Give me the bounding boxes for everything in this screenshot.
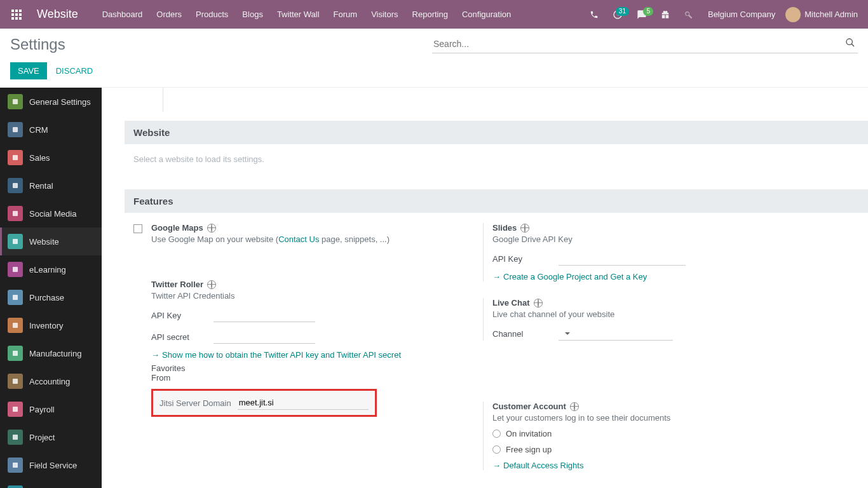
sidebar-item-label: Rental	[29, 181, 53, 191]
brand-title[interactable]: Website	[28, 8, 96, 21]
sidebar-icon	[8, 150, 23, 165]
main-content[interactable]: Website Select a website to load its set…	[102, 88, 868, 488]
sidebar-item-label: Sales	[29, 153, 50, 163]
sidebar-item-label: Field Service	[29, 461, 77, 470]
sidebar-item-planning[interactable]: Planning	[0, 479, 102, 488]
section-features-header: Features	[125, 189, 868, 213]
jitsi-label: Jitsi Server Domain	[159, 398, 231, 408]
fav-from-label-1: Favorites	[151, 363, 458, 373]
phone-icon[interactable]	[585, 6, 604, 23]
search-icon[interactable]	[845, 37, 855, 48]
action-row: SAVE DISCARD	[0, 60, 868, 88]
jitsi-highlight: Jitsi Server Domain	[151, 389, 377, 417]
apps-launcher[interactable]	[5, 6, 28, 24]
slides-title: Slides	[492, 223, 807, 233]
gmaps-checkbox[interactable]	[133, 224, 142, 233]
nav-visitors[interactable]: Visitors	[365, 1, 404, 27]
sidebar-icon	[8, 318, 23, 333]
company-switcher[interactable]: Belgium Company	[702, 10, 782, 19]
clock-icon[interactable]: 31	[607, 6, 628, 24]
twitter-howto-link[interactable]: →Show me how to obtain the Twitter API k…	[151, 350, 458, 360]
svg-rect-8	[13, 267, 18, 272]
nav-reporting[interactable]: Reporting	[406, 1, 454, 27]
sidebar-item-label: Accounting	[29, 377, 70, 386]
search-wrap	[432, 35, 858, 53]
svg-rect-7	[13, 239, 18, 244]
sidebar-icon	[8, 290, 23, 305]
fav-from-label-2: From	[151, 373, 458, 383]
topbar-right: 31 5 Belgium Company Mitchell Admin	[585, 6, 863, 24]
opt-invitation: On invitation	[506, 429, 552, 438]
discard-button[interactable]: DISCARD	[56, 62, 93, 79]
twitter-apisecret-label: API secret	[151, 332, 208, 342]
sidebar-icon	[8, 262, 23, 277]
sidebar-item-manufacturing[interactable]: Manufacturing	[0, 339, 102, 367]
section-website-header: Website	[125, 121, 868, 144]
arrow-right-icon: →	[492, 461, 501, 470]
sidebar-icon	[8, 458, 23, 473]
opt-free-signup: Free sign up	[506, 445, 552, 454]
jitsi-input[interactable]	[238, 396, 369, 410]
page-title: Settings	[10, 36, 65, 53]
sidebar-item-elearning[interactable]: eLearning	[0, 255, 102, 283]
sidebar-icon	[8, 206, 23, 221]
sidebar-item-social-media[interactable]: Social Media	[0, 200, 102, 227]
gmaps-desc: Use Google Map on your website (Contact …	[151, 234, 458, 244]
search-input[interactable]	[432, 35, 858, 53]
sidebar-icon	[8, 374, 23, 389]
svg-rect-3	[13, 127, 18, 132]
wrench-icon[interactable]	[679, 6, 698, 23]
slides-create-link[interactable]: →Create a Google Project and Get a Key	[492, 272, 807, 281]
nav-blogs[interactable]: Blogs	[236, 1, 269, 27]
sidebar-item-purchase[interactable]: Purchase	[0, 283, 102, 311]
sidebar-icon	[8, 234, 23, 249]
radio-invitation[interactable]	[492, 430, 501, 438]
svg-rect-10	[13, 323, 18, 328]
sidebar-icon	[8, 485, 23, 488]
customer-desc: Let your customers log in to see their d…	[492, 413, 807, 423]
sidebar-item-field-service[interactable]: Field Service	[0, 451, 102, 479]
nav-forum[interactable]: Forum	[327, 1, 364, 27]
slides-desc: Google Drive API Key	[492, 234, 807, 244]
channel-select[interactable]	[559, 327, 673, 341]
svg-rect-2	[13, 99, 18, 104]
nav-orders[interactable]: Orders	[150, 1, 188, 27]
sidebar-icon	[8, 178, 23, 193]
sidebar-item-general-settings[interactable]: General Settings	[0, 88, 102, 116]
sidebar-icon	[8, 346, 23, 361]
nav-twitter-wall[interactable]: Twitter Wall	[271, 1, 326, 27]
twitter-apikey-input[interactable]	[214, 308, 315, 322]
apps-grid-icon	[11, 10, 22, 20]
nav-configuration[interactable]: Configuration	[456, 1, 517, 27]
twitter-apisecret-input[interactable]	[214, 330, 315, 344]
save-button[interactable]: SAVE	[10, 62, 47, 79]
svg-rect-4	[13, 155, 18, 160]
sidebar-item-payroll[interactable]: Payroll	[0, 395, 102, 423]
gmaps-title: Google Maps	[151, 223, 458, 233]
contact-us-link[interactable]: Contact Us	[278, 234, 319, 244]
user-menu[interactable]: Mitchell Admin	[785, 7, 858, 22]
svg-rect-14	[13, 435, 18, 440]
settings-sidebar[interactable]: General SettingsCRMSalesRentalSocial Med…	[0, 88, 102, 488]
svg-rect-15	[13, 463, 18, 468]
default-access-rights-link[interactable]: →Default Access Rights	[492, 461, 807, 470]
sidebar-item-crm[interactable]: CRM	[0, 116, 102, 144]
slides-apikey-input[interactable]	[559, 252, 686, 266]
sidebar-item-rental[interactable]: Rental	[0, 172, 102, 200]
radio-free-signup[interactable]	[492, 445, 501, 454]
sidebar-item-accounting[interactable]: Accounting	[0, 367, 102, 395]
sidebar-item-project[interactable]: Project	[0, 423, 102, 451]
sidebar-item-label: Manufacturing	[29, 349, 81, 358]
sidebar-item-sales[interactable]: Sales	[0, 144, 102, 172]
chat-icon[interactable]: 5	[632, 6, 652, 24]
nav-dashboard[interactable]: Dashboard	[96, 1, 149, 27]
sidebar-item-website[interactable]: Website	[0, 227, 102, 255]
globe-icon	[520, 224, 529, 233]
channel-label: Channel	[492, 329, 531, 339]
top-nav: Dashboard Orders Products Blogs Twitter …	[96, 1, 518, 27]
nav-products[interactable]: Products	[189, 1, 234, 27]
gift-icon[interactable]	[656, 6, 675, 23]
sidebar-item-inventory[interactable]: Inventory	[0, 311, 102, 339]
svg-rect-9	[13, 295, 18, 300]
slides-apikey-label: API Key	[492, 254, 531, 264]
